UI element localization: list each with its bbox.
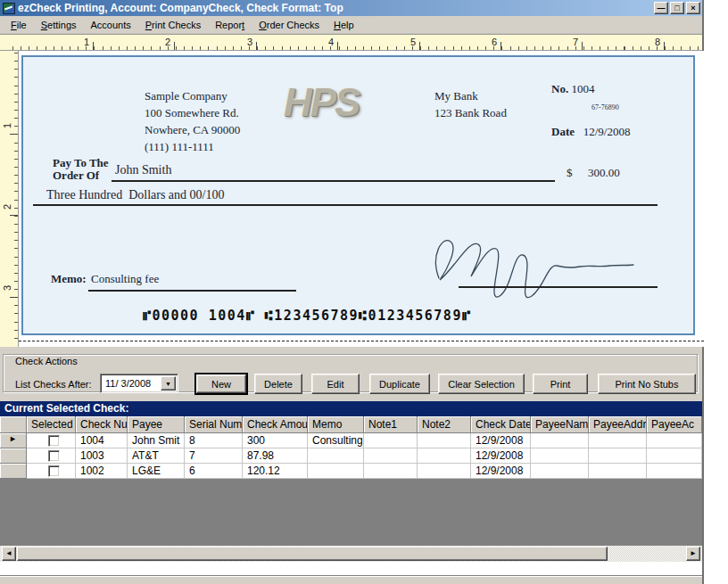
- serial-cell[interactable]: 6: [185, 464, 243, 479]
- scroll-left-icon[interactable]: ◄: [2, 547, 16, 561]
- payee-ac-cell[interactable]: [647, 464, 702, 479]
- menu-order-checks[interactable]: Order Checks: [252, 17, 327, 33]
- check-number: 1004: [571, 82, 594, 95]
- date-filter-combobox[interactable]: 11/ 3/2008 ▼: [100, 374, 178, 393]
- col-payee[interactable]: Payee: [128, 416, 185, 433]
- duplicate-button[interactable]: Duplicate: [369, 374, 430, 394]
- col-selected[interactable]: Selected: [27, 416, 76, 433]
- col-payee-addre[interactable]: PayeeAddre: [589, 416, 647, 433]
- print-no-stubs-button[interactable]: Print No Stubs: [598, 374, 696, 394]
- col-payee-ac[interactable]: PayeeAc: [647, 416, 702, 433]
- horizontal-ruler: 1 2 3 4 5 6 7 8: [0, 34, 702, 51]
- pay-to-label: Pay To The Order Of: [53, 157, 109, 182]
- note1-cell[interactable]: [364, 433, 418, 448]
- check-date-cell[interactable]: 12/9/2008: [471, 433, 531, 448]
- row-selector[interactable]: [0, 448, 27, 464]
- row-selector[interactable]: ►: [0, 433, 27, 448]
- note1-cell[interactable]: [364, 448, 418, 464]
- payee-name-cell[interactable]: [531, 464, 589, 479]
- payee-cell[interactable]: John Smit: [128, 433, 185, 448]
- amount-cell[interactable]: 120.12: [243, 464, 308, 479]
- restore-icon[interactable]: □: [670, 2, 684, 14]
- bank-address: 123 Bank Road: [434, 104, 507, 121]
- memo-line: [88, 290, 296, 292]
- horizontal-scrollbar[interactable]: ◄ ►: [0, 546, 702, 562]
- bank-fraction: 67-76890: [592, 103, 619, 111]
- payee-ac-cell[interactable]: [647, 448, 702, 464]
- menu-accounts[interactable]: Accounts: [84, 17, 138, 33]
- payee-addr-cell[interactable]: [589, 448, 647, 464]
- menu-print-checks[interactable]: Print Checks: [138, 17, 208, 33]
- memo-label: Memo:: [51, 272, 87, 286]
- memo-cell[interactable]: [308, 448, 364, 464]
- col-check-amount[interactable]: Check Amount: [243, 416, 308, 433]
- serial-cell[interactable]: 7: [185, 448, 243, 464]
- note2-cell[interactable]: [418, 464, 471, 479]
- check-number-cell[interactable]: 1004: [76, 433, 128, 448]
- company-address2: Nowhere, CA 90000: [145, 121, 240, 138]
- date-filter-value: 11/ 3/2008: [105, 378, 151, 389]
- menu-help[interactable]: Help: [327, 17, 361, 33]
- check-date-cell[interactable]: 12/9/2008: [471, 448, 531, 464]
- print-button[interactable]: Print: [533, 374, 588, 394]
- row-checkbox[interactable]: [48, 450, 60, 462]
- grid-empty-area: [0, 479, 702, 546]
- row-selector-header[interactable]: [0, 416, 27, 433]
- selected-cell[interactable]: [27, 464, 76, 479]
- payee-cell[interactable]: AT&T: [128, 448, 185, 464]
- menu-settings[interactable]: Settings: [34, 17, 84, 33]
- payee-addr-cell[interactable]: [589, 464, 647, 479]
- amount-in-words: Three Hundred Dollars and 00/100: [46, 188, 224, 202]
- selected-cell[interactable]: [27, 433, 76, 448]
- col-note1[interactable]: Note1: [364, 416, 418, 433]
- memo-cell[interactable]: [308, 464, 364, 479]
- check-amount: 300.00: [588, 166, 620, 180]
- close-icon[interactable]: ×: [686, 2, 700, 14]
- grid-header-row: Selected Check Nu Payee Serial Num Check…: [0, 416, 702, 433]
- clear-selection-button[interactable]: Clear Selection: [438, 374, 525, 394]
- title-bar: ezCheck Printing, Account: CompanyCheck,…: [0, 0, 702, 16]
- row-selector[interactable]: [0, 464, 27, 479]
- amount-cell[interactable]: 300: [243, 433, 308, 448]
- check-date-cell[interactable]: 12/9/2008: [471, 464, 531, 479]
- menu-report[interactable]: Report: [208, 17, 252, 33]
- note1-cell[interactable]: [364, 464, 418, 479]
- selected-cell[interactable]: [27, 448, 76, 464]
- check-number-cell[interactable]: 1002: [76, 464, 128, 479]
- col-check-number[interactable]: Check Nu: [76, 416, 128, 433]
- payee-ac-cell[interactable]: [647, 433, 702, 448]
- app-window: ezCheck Printing, Account: CompanyCheck,…: [0, 0, 704, 584]
- chevron-down-icon[interactable]: ▼: [161, 376, 176, 391]
- table-row[interactable]: ► 1004 John Smit 8 300 Consulting 12/9/2…: [0, 433, 702, 448]
- table-row[interactable]: 1002 LG&E 6 120.12 12/9/2008: [0, 464, 702, 479]
- memo-cell[interactable]: Consulting: [308, 433, 364, 448]
- check-number-cell[interactable]: 1003: [76, 448, 128, 464]
- payee-addr-cell[interactable]: [589, 433, 647, 448]
- check-preview[interactable]: Sample Company 100 Somewhere Rd. Nowhere…: [21, 55, 695, 335]
- delete-button[interactable]: Delete: [254, 374, 302, 394]
- col-payee-name[interactable]: PayeeName: [531, 416, 589, 433]
- table-row[interactable]: 1003 AT&T 7 87.98 12/9/2008: [0, 448, 702, 464]
- company-phone: (111) 111-1111: [145, 138, 240, 155]
- row-checkbox[interactable]: [48, 435, 60, 447]
- note2-cell[interactable]: [418, 448, 471, 464]
- company-address1: 100 Somewhere Rd.: [145, 104, 240, 121]
- bank-name: My Bank: [434, 87, 507, 104]
- payee-name-cell[interactable]: [531, 448, 589, 464]
- scroll-right-icon[interactable]: ►: [686, 547, 700, 561]
- col-check-date[interactable]: Check Date: [471, 416, 531, 433]
- edit-button[interactable]: Edit: [311, 374, 360, 394]
- col-note2[interactable]: Note2: [418, 416, 471, 433]
- amount-cell[interactable]: 87.98: [243, 448, 308, 464]
- scrollbar-thumb[interactable]: [17, 547, 608, 561]
- col-serial-num[interactable]: Serial Num: [185, 416, 243, 433]
- new-button[interactable]: New: [196, 374, 246, 393]
- menu-file[interactable]: File: [4, 17, 34, 33]
- minimize-icon[interactable]: —: [654, 2, 668, 14]
- payee-cell[interactable]: LG&E: [128, 464, 185, 479]
- row-checkbox[interactable]: [48, 465, 60, 477]
- payee-name-cell[interactable]: [531, 433, 589, 448]
- col-memo[interactable]: Memo: [308, 416, 364, 433]
- serial-cell[interactable]: 8: [185, 433, 243, 448]
- note2-cell[interactable]: [418, 433, 471, 448]
